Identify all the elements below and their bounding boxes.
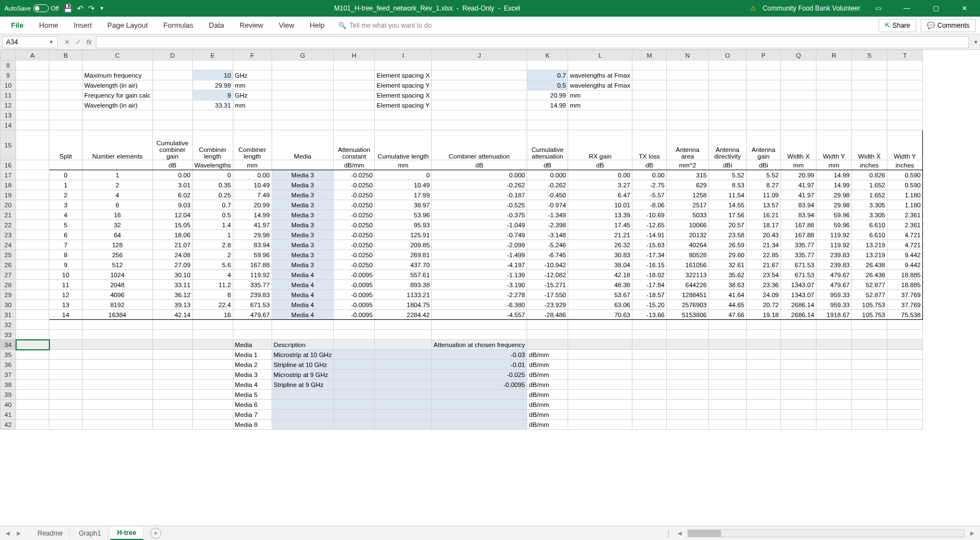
tab-formulas[interactable]: Formulas <box>157 18 200 33</box>
table-cell[interactable]: -0.0095 <box>334 300 375 310</box>
table-cell[interactable]: 59.96 <box>816 210 851 220</box>
param-unit[interactable]: GHz <box>233 70 272 80</box>
table-cell[interactable]: 161056 <box>666 260 708 270</box>
cell-B39[interactable] <box>49 390 83 400</box>
table-cell[interactable]: 2 <box>192 250 233 260</box>
table-cell[interactable]: 4 <box>192 270 233 280</box>
table-cell[interactable]: Media 4 <box>272 280 334 290</box>
row-header-11[interactable]: 11 <box>1 90 16 100</box>
minimize-button[interactable]: — <box>896 4 918 12</box>
table-cell[interactable]: 0.7 <box>192 200 233 210</box>
cancel-formula-icon[interactable]: ✕ <box>64 38 70 46</box>
table-cell[interactable]: -15.20 <box>632 300 666 310</box>
table-cell[interactable]: 17.45 <box>568 220 632 230</box>
table-cell[interactable]: 11.54 <box>708 190 746 200</box>
table-cell[interactable]: 479.67 <box>233 310 272 320</box>
table-cell[interactable]: 0.00 <box>568 170 632 180</box>
cell-L14[interactable] <box>568 120 632 130</box>
cell-K39[interactable]: dB/mm <box>527 390 568 400</box>
cell-E34[interactable] <box>192 340 233 350</box>
table-cell[interactable]: 37.769 <box>887 290 922 300</box>
table-cell[interactable]: 0.590 <box>887 180 922 190</box>
cell-E33[interactable] <box>192 330 233 340</box>
table-cell[interactable]: 2.361 <box>887 210 922 220</box>
cell-M34[interactable] <box>632 340 666 350</box>
cell-K32[interactable] <box>527 320 568 330</box>
save-icon[interactable]: 💾 <box>63 4 73 13</box>
cell-D14[interactable] <box>152 120 192 130</box>
cell-L32[interactable] <box>568 320 632 330</box>
col-header-Q[interactable]: Q <box>780 50 816 60</box>
row-header-34[interactable]: 34 <box>1 340 16 350</box>
table-cell[interactable]: Media 3 <box>272 250 334 260</box>
table-cell[interactable]: 80528 <box>666 250 708 260</box>
table-cell[interactable]: 1.180 <box>887 200 922 210</box>
table-cell[interactable]: 315 <box>666 170 708 180</box>
cell-I39[interactable] <box>375 390 432 400</box>
table-cell[interactable]: 5.52 <box>746 170 780 180</box>
table-cell[interactable]: 53.96 <box>375 210 432 220</box>
cell-R38[interactable] <box>816 380 851 390</box>
param-value[interactable]: 9 <box>192 90 233 100</box>
cell-L40[interactable] <box>568 400 632 410</box>
col-header-O[interactable]: O <box>708 50 746 60</box>
cell-M33[interactable] <box>632 330 666 340</box>
cell-E42[interactable] <box>192 420 233 430</box>
tab-file[interactable]: File <box>4 18 30 33</box>
table-cell[interactable]: 38.04 <box>568 260 632 270</box>
cell-D33[interactable] <box>152 330 192 340</box>
table-cell[interactable]: 11 <box>49 280 83 290</box>
table-cell[interactable]: 1 <box>83 170 153 180</box>
cell-S8[interactable] <box>851 60 887 70</box>
cell-I42[interactable] <box>375 420 432 430</box>
cell-S38[interactable] <box>851 380 887 390</box>
table-cell[interactable]: 20.72 <box>746 300 780 310</box>
cell-O38[interactable] <box>708 380 746 390</box>
cell-N8[interactable] <box>666 60 708 70</box>
table-cell[interactable]: 0.826 <box>851 170 887 180</box>
cell-T34[interactable] <box>887 340 922 350</box>
table-header[interactable] <box>16 130 49 160</box>
cell-B13[interactable] <box>49 110 83 120</box>
table-cell[interactable]: -0.0095 <box>334 280 375 290</box>
cell-G40[interactable] <box>272 400 334 410</box>
cell-S37[interactable] <box>851 370 887 380</box>
table-cell[interactable]: 22.85 <box>746 250 780 260</box>
table-unit[interactable]: dBi <box>746 160 780 170</box>
table-cell[interactable]: 32 <box>83 220 153 230</box>
table-cell[interactable]: -0.0095 <box>334 270 375 280</box>
cell-G41[interactable] <box>272 410 334 420</box>
param-unit[interactable]: GHz <box>233 90 272 100</box>
cell-H38[interactable] <box>334 380 375 390</box>
cell-T41[interactable] <box>887 410 922 420</box>
tab-data[interactable]: Data <box>202 18 231 33</box>
table-cell[interactable]: 959.33 <box>816 290 851 300</box>
row-header-24[interactable]: 24 <box>1 240 16 250</box>
cell-J42[interactable] <box>432 420 527 430</box>
cell-A38[interactable] <box>16 380 49 390</box>
table-cell[interactable]: 3 <box>49 200 83 210</box>
table-cell[interactable]: -1.499 <box>432 250 527 260</box>
cell-A40[interactable] <box>16 400 49 410</box>
cell-K34[interactable] <box>527 340 568 350</box>
table-cell[interactable]: 2 <box>49 190 83 200</box>
table-cell[interactable]: Media 4 <box>272 300 334 310</box>
row-header-41[interactable]: 41 <box>1 410 16 420</box>
table-cell[interactable]: 48.38 <box>568 280 632 290</box>
cell-A37[interactable] <box>16 370 49 380</box>
col-header-H[interactable]: H <box>334 50 375 60</box>
table-cell[interactable]: -23.929 <box>527 300 568 310</box>
cell-I40[interactable] <box>375 400 432 410</box>
table-cell[interactable]: 26.32 <box>568 240 632 250</box>
table-cell[interactable]: 437.70 <box>375 260 432 270</box>
table-header[interactable]: TX loss <box>632 130 666 160</box>
cell-K40[interactable]: dB/mm <box>527 400 568 410</box>
cell-A35[interactable] <box>16 350 49 360</box>
table-cell[interactable]: 41.97 <box>780 180 816 190</box>
table-cell[interactable]: 47.66 <box>708 310 746 320</box>
table-cell[interactable]: 8192 <box>83 300 153 310</box>
table-unit[interactable]: dBi <box>708 160 746 170</box>
table-cell[interactable]: -16.15 <box>632 260 666 270</box>
tab-insert[interactable]: Insert <box>67 18 99 33</box>
table-cell[interactable]: 0.00 <box>632 170 666 180</box>
